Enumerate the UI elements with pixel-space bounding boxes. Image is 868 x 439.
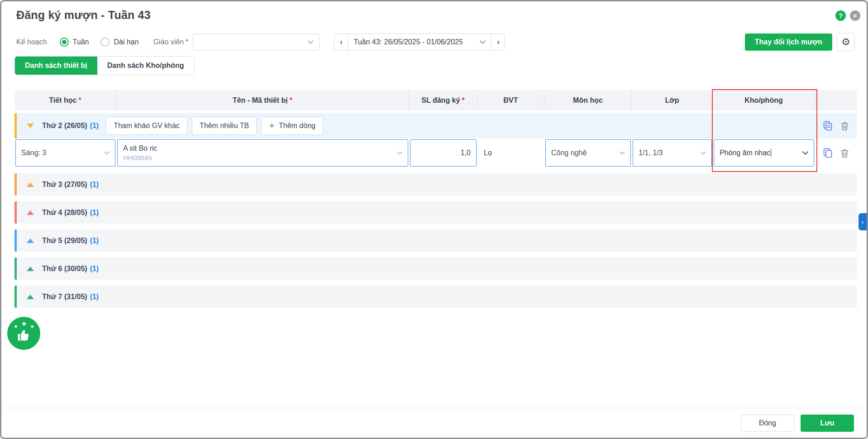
group-actions: Tham khảo GV khác Thêm nhiều TB + Thêm d… <box>106 117 323 135</box>
feedback-badge[interactable]: ★ ★ ★ <box>7 317 40 350</box>
expand-triangle-icon[interactable] <box>27 210 34 215</box>
chevron-down-icon <box>701 151 706 155</box>
radio-long-term[interactable]: Dài hạn <box>100 38 138 47</box>
day-group-thursday: Thứ 5 (29/05) (1) <box>14 229 857 252</box>
column-header-class: Lớp <box>632 90 713 110</box>
column-header-device: Tên - Mã thiết bị* <box>116 90 409 110</box>
quantity-input[interactable]: 1,0 <box>410 139 477 167</box>
gear-icon: ⚙ <box>841 36 850 48</box>
day-group-header[interactable]: Thứ 3 (27/05) (1) <box>14 173 857 196</box>
close-icon[interactable]: × <box>850 10 860 21</box>
add-row-button[interactable]: + Thêm dòng <box>261 117 323 135</box>
previous-week-button[interactable]: ‹ <box>334 33 348 51</box>
radio-week[interactable]: Tuần <box>60 38 89 47</box>
trash-icon <box>839 121 850 131</box>
device-row: Sáng: 3 A xit Bo ric HH00045 1,0 <box>14 138 857 167</box>
consult-other-teacher-button[interactable]: Tham khảo GV khác <box>106 117 187 135</box>
radio-long-term-circle[interactable] <box>100 38 110 47</box>
radio-week-circle[interactable] <box>60 38 69 47</box>
column-header-subject: Môn học <box>544 90 632 110</box>
room-select-value: Phòng âm nhạc <box>720 149 770 157</box>
day-group-header[interactable]: Thứ 6 (30/05) (1) <box>14 258 857 280</box>
expand-triangle-icon[interactable] <box>27 239 34 243</box>
table-header: Tiết học* Tên - Mã thiết bị* SL đăng ký*… <box>14 90 857 110</box>
day-group-header[interactable]: Thứ 5 (29/05) (1) <box>14 229 857 252</box>
column-header-quantity: SL đăng ký* <box>409 90 477 110</box>
expand-triangle-icon[interactable] <box>27 267 34 271</box>
tab-device-list[interactable]: Danh sách thiết bị <box>15 57 97 75</box>
teacher-required-mark: * <box>186 38 188 46</box>
subject-select[interactable]: Công nghệ <box>545 139 631 167</box>
day-count-badge: (1) <box>90 181 99 189</box>
day-label: Thứ 7 (31/05) <box>42 293 87 301</box>
add-multiple-devices-button[interactable]: Thêm nhiều TB <box>192 117 257 135</box>
modal-footer: Đóng Lưu <box>1 408 867 438</box>
delete-day-button[interactable] <box>839 121 850 131</box>
copy-icon <box>822 120 833 131</box>
day-label: Thứ 6 (30/05) <box>42 265 87 273</box>
tab-warehouse-room-list[interactable]: Danh sách Kho/phòng <box>97 57 194 75</box>
plus-icon: + <box>269 121 275 131</box>
plan-label: Kế hoạch <box>16 38 47 46</box>
day-label: Thứ 2 (26/05) <box>42 122 87 130</box>
week-navigator: ‹ Tuần 43: 26/05/2025 - 01/06/2025 › <box>334 33 505 51</box>
help-icon[interactable]: ? <box>835 10 846 21</box>
expand-triangle-icon[interactable] <box>27 295 34 299</box>
settings-button[interactable]: ⚙ <box>837 33 855 51</box>
column-header-period: Tiết học* <box>14 90 116 110</box>
chevron-down-icon <box>104 151 110 155</box>
day-group-header[interactable]: Thứ 2 (26/05) (1) Tham khảo GV khác Thêm… <box>14 113 857 138</box>
close-button[interactable]: Đóng <box>741 415 794 432</box>
copy-row-button[interactable] <box>822 148 833 158</box>
expand-triangle-icon[interactable] <box>27 182 34 187</box>
borrow-registration-modal: Đăng ký mượn - Tuần 43 ? × Kế hoạch Tuần… <box>0 0 868 439</box>
teacher-select[interactable] <box>193 33 320 51</box>
chevron-down-icon <box>802 151 808 155</box>
day-label: Thứ 5 (29/05) <box>42 237 87 245</box>
day-label: Thứ 3 (27/05) <box>42 181 87 189</box>
device-select[interactable]: A xit Bo ric HH00045 <box>117 139 408 167</box>
column-header-room: Kho/phòng <box>713 90 815 110</box>
chevron-down-icon <box>308 40 314 44</box>
chevron-left-icon: ‹ <box>862 219 863 225</box>
day-count-badge: (1) <box>90 209 99 217</box>
day-group-saturday: Thứ 7 (31/05) (1) <box>14 286 857 308</box>
delete-row-button[interactable] <box>839 148 850 158</box>
subject-select-value: Công nghệ <box>551 149 616 157</box>
titlebar-icons: ? × <box>835 10 860 21</box>
day-group-tuesday: Thứ 3 (27/05) (1) <box>14 173 857 196</box>
class-select[interactable]: 1/1, 1/3 <box>633 139 712 167</box>
chevron-down-icon <box>480 40 486 44</box>
day-count-badge: (1) <box>90 122 99 130</box>
week-select-value: Tuần 43: 26/05/2025 - 01/06/2025 <box>353 38 476 46</box>
device-code: HH00045 <box>123 154 393 162</box>
day-group-wednesday: Thứ 4 (28/05) (1) <box>14 201 857 224</box>
unit-value: Lọ <box>477 138 544 167</box>
teacher-label: Giáo viên <box>153 38 184 46</box>
radio-long-term-label: Dài hạn <box>114 38 138 46</box>
room-select[interactable]: Phòng âm nhạc <box>714 139 814 167</box>
next-week-button[interactable]: › <box>491 33 505 51</box>
copy-day-button[interactable] <box>822 120 833 131</box>
collapse-triangle-icon[interactable] <box>27 124 34 128</box>
page-title: Đăng ký mượn - Tuần 43 <box>16 9 151 22</box>
change-schedule-button[interactable]: Thay đổi lịch mượn <box>745 33 832 51</box>
day-group-friday: Thứ 6 (30/05) (1) <box>14 258 857 280</box>
save-button[interactable]: Lưu <box>801 415 854 432</box>
thumbs-up-icon <box>16 328 31 343</box>
day-group-monday: Thứ 2 (26/05) (1) Tham khảo GV khác Thêm… <box>14 113 857 167</box>
device-name: A xit Bo ric <box>123 144 393 153</box>
week-select[interactable]: Tuần 43: 26/05/2025 - 01/06/2025 <box>348 33 491 51</box>
copy-icon <box>822 148 833 158</box>
day-group-header[interactable]: Thứ 4 (28/05) (1) <box>14 201 857 224</box>
day-group-header[interactable]: Thứ 7 (31/05) (1) <box>14 286 857 308</box>
day-label: Thứ 4 (28/05) <box>42 209 87 217</box>
column-header-actions <box>815 90 857 110</box>
column-header-unit: ĐVT <box>477 90 544 110</box>
device-table: Tiết học* Tên - Mã thiết bị* SL đăng ký*… <box>14 90 857 308</box>
day-count-badge: (1) <box>90 265 99 273</box>
period-select[interactable]: Sáng: 3 <box>15 139 115 167</box>
day-count-badge: (1) <box>90 293 99 301</box>
side-drawer-toggle[interactable]: ‹ <box>858 213 867 230</box>
period-select-value: Sáng: 3 <box>21 149 100 157</box>
